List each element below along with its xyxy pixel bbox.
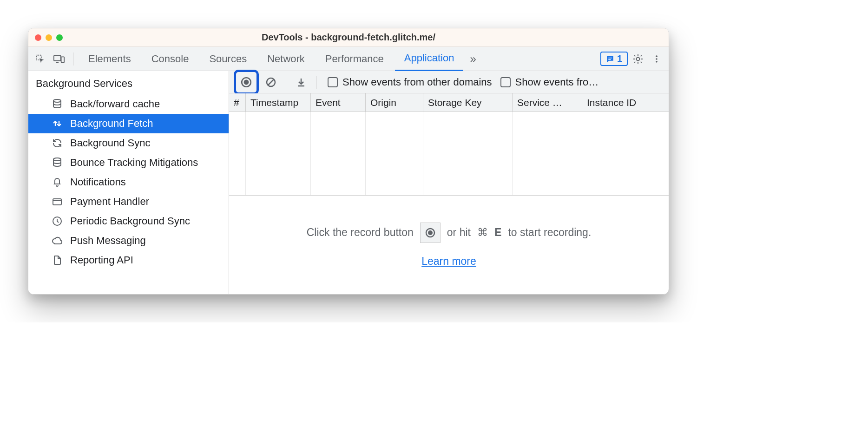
sidebar-item-label: Background Sync — [70, 137, 150, 149]
save-button[interactable] — [293, 74, 309, 91]
sidebar-item-label: Bounce Tracking Mitigations — [70, 157, 198, 169]
message-icon — [606, 55, 614, 63]
record-icon — [425, 227, 436, 238]
tab-performance[interactable]: Performance — [316, 47, 393, 71]
svg-rect-12 — [53, 199, 61, 205]
sidebar-item-reporting-api[interactable]: Reporting API — [28, 250, 229, 270]
th-storage-key[interactable]: Storage Key — [423, 93, 513, 112]
svg-rect-1 — [54, 55, 61, 60]
svg-point-21 — [428, 230, 433, 235]
devtools-window: DevTools - background-fetch.glitch.me/ E… — [28, 28, 669, 295]
cloud-icon — [51, 234, 64, 247]
sidebar-item-push-messaging[interactable]: Push Messaging — [28, 231, 229, 250]
show-other-domains-checkbox[interactable]: Show events from other domains — [328, 76, 492, 88]
sidebar-item-back-forward-cache[interactable]: Back/forward cache — [28, 94, 229, 114]
sync-icon — [51, 137, 64, 150]
clear-button[interactable] — [263, 74, 279, 91]
tab-network[interactable]: Network — [258, 47, 314, 71]
checkbox-icon — [328, 77, 338, 87]
svg-point-10 — [53, 99, 61, 102]
shortcut-symbol: ⌘ — [477, 226, 488, 239]
tab-sources[interactable]: Sources — [200, 47, 256, 71]
sidebar-item-payment-handler[interactable]: Payment Handler — [28, 192, 229, 211]
download-icon — [296, 77, 307, 88]
checkbox-icon — [500, 77, 511, 87]
sidebar-item-bounce-tracking[interactable]: Bounce Tracking Mitigations — [28, 153, 229, 172]
sidebar-section-title: Background Services — [28, 71, 229, 94]
sidebar-item-label: Periodic Background Sync — [70, 215, 190, 227]
show-events-from-checkbox[interactable]: Show events fro… — [500, 76, 599, 88]
svg-point-6 — [637, 57, 640, 60]
tab-console[interactable]: Console — [142, 47, 198, 71]
file-icon — [51, 254, 64, 267]
th-service-worker[interactable]: Service … — [513, 93, 582, 112]
titlebar: DevTools - background-fetch.glitch.me/ — [28, 28, 669, 47]
bell-icon — [51, 176, 64, 189]
divider — [73, 52, 73, 66]
tab-elements[interactable]: Elements — [79, 47, 140, 71]
inline-record-button[interactable] — [420, 223, 441, 243]
more-tabs-button[interactable]: » — [465, 52, 480, 66]
divider — [316, 76, 316, 89]
empty-text-prefix: Click the record button — [307, 226, 414, 239]
settings-button[interactable] — [630, 51, 646, 67]
table-header: # Timestamp Event Origin Storage Key Ser… — [229, 93, 669, 112]
clear-icon — [265, 77, 276, 88]
svg-point-16 — [244, 79, 249, 85]
tab-application[interactable]: Application — [395, 47, 464, 71]
sidebar-item-label: Notifications — [70, 176, 126, 188]
messages-count: 1 — [617, 53, 622, 64]
bgfetch-icon — [51, 117, 64, 130]
svg-point-7 — [656, 55, 658, 57]
window-title: DevTools - background-fetch.glitch.me/ — [28, 32, 669, 43]
payment-icon — [51, 195, 64, 208]
svg-line-18 — [268, 79, 274, 85]
learn-more-link[interactable]: Learn more — [421, 255, 476, 268]
sidebar-item-label: Payment Handler — [70, 196, 149, 208]
sidebar-item-periodic-sync[interactable]: Periodic Background Sync — [28, 211, 229, 231]
kebab-icon — [652, 54, 661, 64]
more-menu-button[interactable] — [648, 51, 665, 67]
sidebar-item-label: Push Messaging — [70, 235, 146, 247]
sidebar-item-label: Back/forward cache — [70, 98, 160, 110]
main-panel: Show events from other domains Show even… — [229, 71, 669, 294]
toolbar: Show events from other domains Show even… — [229, 71, 669, 93]
sidebar-item-background-fetch[interactable]: Background Fetch — [28, 114, 229, 133]
inspect-element-icon[interactable] — [32, 51, 49, 67]
th-index[interactable]: # — [229, 93, 246, 112]
svg-point-8 — [656, 58, 658, 60]
record-icon — [240, 76, 252, 88]
sidebar-item-background-sync[interactable]: Background Sync — [28, 133, 229, 153]
th-event[interactable]: Event — [311, 93, 366, 112]
table-body — [229, 112, 669, 196]
checkbox-label: Show events from other domains — [342, 76, 492, 88]
shortcut-key: E — [494, 226, 501, 239]
svg-rect-3 — [61, 57, 64, 62]
empty-state: Click the record button or hit ⌘ E to st… — [229, 196, 669, 294]
database-icon — [51, 156, 64, 169]
sidebar-item-notifications[interactable]: Notifications — [28, 172, 229, 192]
tab-label: Sources — [209, 53, 247, 65]
device-toolbar-icon[interactable] — [51, 51, 67, 67]
clock-icon — [51, 215, 64, 228]
empty-text-mid: or hit — [447, 226, 471, 239]
gear-icon — [632, 53, 644, 65]
tab-label: Performance — [325, 53, 384, 65]
empty-message: Click the record button or hit ⌘ E to st… — [307, 223, 592, 243]
sidebar: Background Services Back/forward cache B… — [28, 71, 229, 294]
svg-point-9 — [656, 61, 658, 63]
th-instance-id[interactable]: Instance ID — [582, 93, 669, 112]
tab-label: Elements — [88, 53, 131, 65]
messages-badge[interactable]: 1 — [600, 52, 628, 66]
record-button[interactable] — [237, 73, 256, 92]
divider — [286, 76, 286, 89]
tabbar: Elements Console Sources Network Perform… — [28, 47, 669, 71]
tab-label: Network — [267, 53, 305, 65]
panel-body: Background Services Back/forward cache B… — [28, 71, 669, 294]
th-timestamp[interactable]: Timestamp — [246, 93, 311, 112]
checkbox-label: Show events fro… — [515, 76, 599, 88]
th-origin[interactable]: Origin — [366, 93, 423, 112]
empty-text-suffix: to start recording. — [508, 226, 591, 239]
svg-point-11 — [53, 158, 61, 161]
tab-label: Console — [151, 53, 189, 65]
